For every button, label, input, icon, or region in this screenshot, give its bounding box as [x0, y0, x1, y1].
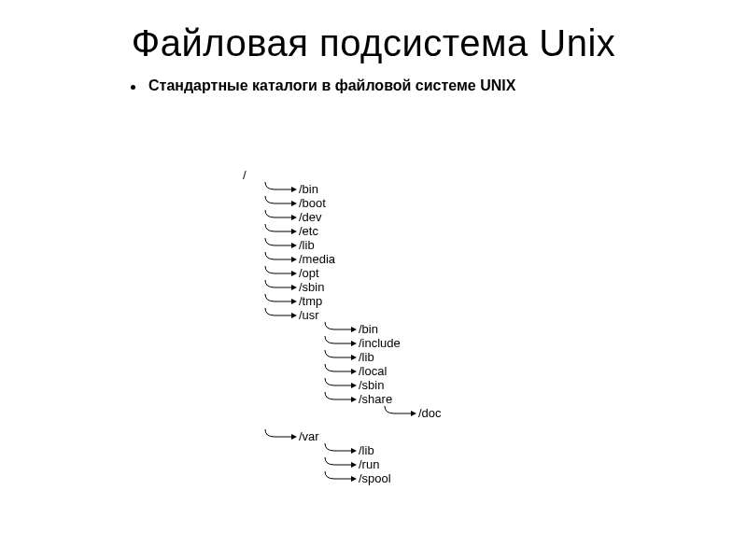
- tree-node-var-spool: /spool: [323, 471, 442, 485]
- subtitle-bullet: Стандартные каталоги в файловой системе …: [131, 77, 747, 94]
- connector-icon: [263, 252, 297, 266]
- connector-icon: [263, 238, 297, 252]
- tree-node-boot: /boot: [263, 196, 442, 210]
- connector-icon: [263, 429, 297, 443]
- connector-icon: [263, 308, 297, 322]
- tree-node-etc: /etc: [263, 224, 442, 238]
- tree-node-usr: /usr: [263, 308, 442, 322]
- tree-node-var: /var: [263, 429, 442, 443]
- tree-node-usr-local: /local: [323, 364, 442, 378]
- tree-node-sbin: /sbin: [263, 280, 442, 294]
- connector-icon: [323, 378, 357, 392]
- tree-node-tmp: /tmp: [263, 294, 442, 308]
- connector-icon: [263, 182, 297, 196]
- connector-icon: [263, 196, 297, 210]
- tree-root: /: [241, 168, 442, 182]
- connector-icon: [323, 471, 357, 485]
- connector-icon: [263, 280, 297, 294]
- tree-node-media: /media: [263, 252, 442, 266]
- tree-node-usr-bin: /bin: [323, 322, 442, 336]
- tree-node-var-run: /run: [323, 457, 442, 471]
- connector-icon: [263, 266, 297, 280]
- connector-icon: [263, 294, 297, 308]
- tree-node-usr-share: /share: [323, 392, 442, 406]
- tree-node-usr-sbin: /sbin: [323, 378, 442, 392]
- connector-icon: [263, 210, 297, 224]
- tree-node-lib: /lib: [263, 238, 442, 252]
- connector-icon: [323, 392, 357, 406]
- tree-node-usr-share-doc: /doc: [383, 406, 442, 420]
- connector-icon: [383, 406, 416, 420]
- tree-node-var-lib: /lib: [323, 443, 442, 457]
- connector-icon: [323, 457, 357, 471]
- tree-node-usr-include: /include: [323, 336, 442, 350]
- tree-node-opt: /opt: [263, 266, 442, 280]
- connector-icon: [323, 364, 357, 378]
- filesystem-tree: / /bin /boot /dev /etc /lib /media /opt …: [241, 168, 442, 485]
- connector-icon: [323, 336, 357, 350]
- page-title: Файловая подсистема Unix: [0, 22, 747, 64]
- connector-icon: [263, 224, 297, 238]
- bullet-dot: [131, 85, 135, 90]
- tree-node-usr-lib: /lib: [323, 350, 442, 364]
- connector-icon: [323, 350, 357, 364]
- connector-icon: [323, 322, 357, 336]
- subtitle-text: Стандартные каталоги в файловой системе …: [148, 77, 515, 94]
- tree-node-bin: /bin: [263, 182, 442, 196]
- tree-node-dev: /dev: [263, 210, 442, 224]
- connector-icon: [323, 443, 357, 457]
